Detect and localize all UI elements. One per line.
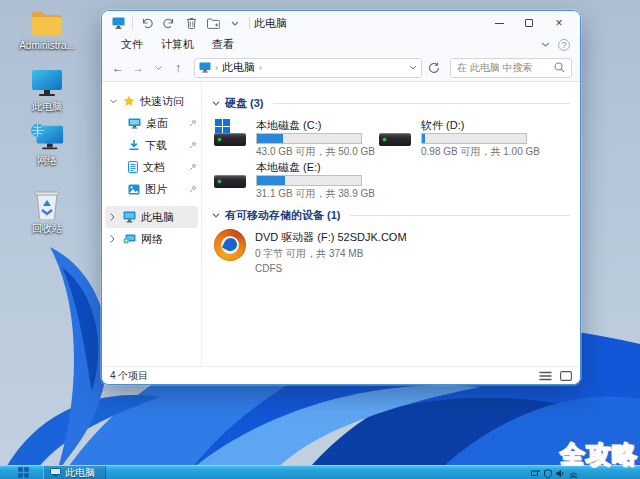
- menu-bar: 文件 计算机 查看 ?: [102, 35, 580, 54]
- window-app-icon: [110, 15, 126, 31]
- sidebar-item-label: 快速访问: [140, 94, 184, 109]
- taskbar: 此电脑: [0, 465, 640, 479]
- capacity-meter: [256, 175, 362, 186]
- menu-view[interactable]: 查看: [203, 35, 243, 54]
- breadcrumb-this-pc[interactable]: 此电脑: [222, 60, 255, 75]
- history-chevron-icon[interactable]: [150, 66, 166, 70]
- pictures-icon: [128, 184, 140, 195]
- drive-name: 本地磁盘 (E:): [256, 161, 375, 173]
- explorer-window: 此电脑 × 文件 计算机 查看 ? ← → ↑ › 此电脑: [101, 10, 581, 385]
- desktop-icon-recycle-bin[interactable]: 回收站: [14, 190, 80, 236]
- section-header-removable[interactable]: 有可移动存储的设备 (1): [212, 208, 570, 223]
- chevron-down-icon[interactable]: [110, 99, 118, 104]
- breadcrumb-chevron-icon[interactable]: ›: [259, 63, 262, 73]
- drive-capacity-text: 43.0 GB 可用，共 50.0 GB: [256, 146, 375, 157]
- dvd-drive-tile[interactable]: DVD 驱动器 (F:) 52SDJK.COM 0 字节 可用，共 374 MB…: [214, 229, 570, 274]
- search-input[interactable]: 在 此电脑 中搜索: [450, 58, 572, 78]
- dvd-disc-logo-icon: [214, 229, 246, 261]
- help-icon[interactable]: ?: [558, 39, 570, 51]
- desktop-icon-label: 回收站: [32, 222, 62, 236]
- close-button[interactable]: ×: [544, 13, 574, 33]
- capacity-meter: [421, 133, 527, 144]
- desktop-icon-label: 网络: [37, 154, 57, 168]
- sidebar-item-label: 此电脑: [141, 210, 174, 225]
- desktop-icon-admin-folder[interactable]: Administra...: [14, 8, 80, 51]
- title-bar[interactable]: 此电脑 ×: [102, 11, 580, 35]
- item-count: 4 个项目: [110, 369, 148, 383]
- address-dropdown-chevron-icon[interactable]: [409, 65, 417, 70]
- pin-icon[interactable]: [189, 163, 197, 171]
- sidebar-item-label: 图片: [145, 182, 167, 197]
- sidebar-item-quick-access[interactable]: 快速访问: [102, 90, 201, 112]
- forward-button[interactable]: →: [130, 61, 146, 75]
- capacity-meter: [256, 133, 362, 144]
- dvd-drive-name: DVD 驱动器 (F:) 52SDJK.COM: [255, 230, 407, 245]
- hard-drive-icon: [214, 119, 248, 149]
- window-title: 此电脑: [254, 16, 287, 31]
- sidebar-item-label: 下载: [145, 138, 167, 153]
- watermark-text: 全攻略: [560, 438, 638, 471]
- refresh-icon[interactable]: [428, 62, 440, 74]
- address-bar[interactable]: › 此电脑 ›: [194, 58, 422, 78]
- sidebar-item-downloads[interactable]: 下载: [102, 134, 201, 156]
- sidebar-item-this-pc[interactable]: 此电脑: [105, 206, 198, 228]
- ribbon-collapse-chevron-icon[interactable]: [541, 42, 550, 47]
- drive-tile-e[interactable]: 本地磁盘 (E:) 31.1 GB 可用，共 38.9 GB: [214, 159, 377, 199]
- sidebar-item-desktop[interactable]: 桌面: [102, 112, 201, 134]
- dvd-filesystem-text: CDFS: [255, 263, 407, 274]
- undo-icon[interactable]: [139, 15, 155, 31]
- download-icon: [128, 139, 140, 151]
- tray-security-icon[interactable]: [544, 469, 552, 478]
- drive-tile-d[interactable]: 软件 (D:) 0.98 GB 可用，共 1.00 GB: [379, 117, 542, 157]
- large-icons-view-icon[interactable]: [560, 371, 572, 381]
- desktop-icon-this-pc[interactable]: 此电脑: [14, 68, 80, 114]
- minimize-button[interactable]: [484, 13, 514, 33]
- hard-drive-icon: [214, 161, 248, 191]
- pin-icon[interactable]: [189, 119, 197, 127]
- section-rule: [273, 103, 571, 104]
- taskbar-pc-icon: [50, 468, 61, 477]
- toolbar-dropdown-chevron-icon[interactable]: [227, 15, 243, 31]
- pin-icon[interactable]: [189, 185, 197, 193]
- delete-icon[interactable]: [183, 15, 199, 31]
- redo-icon[interactable]: [161, 15, 177, 31]
- menu-computer[interactable]: 计算机: [152, 35, 203, 54]
- pin-icon[interactable]: [189, 141, 197, 149]
- recycle-bin-icon: [30, 190, 64, 220]
- search-icon[interactable]: [554, 62, 565, 73]
- status-bar: 4 个项目: [102, 366, 580, 384]
- back-button[interactable]: ←: [110, 61, 126, 75]
- sidebar-item-network[interactable]: 网络: [102, 228, 201, 250]
- chevron-down-icon[interactable]: [212, 213, 220, 218]
- chevron-right-icon[interactable]: [110, 235, 118, 243]
- monitor-icon: [30, 68, 64, 98]
- chevron-right-icon[interactable]: [110, 213, 118, 221]
- start-button[interactable]: [18, 467, 29, 478]
- taskbar-button-this-pc[interactable]: 此电脑: [43, 466, 106, 479]
- sidebar-item-pictures[interactable]: 图片: [102, 178, 201, 200]
- section-header-drives[interactable]: 硬盘 (3): [212, 96, 570, 111]
- maximize-button[interactable]: [514, 13, 544, 33]
- drive-name: 软件 (D:): [421, 119, 540, 131]
- dvd-capacity-text: 0 字节 可用，共 374 MB: [255, 247, 407, 261]
- navigation-bar: ← → ↑ › 此电脑 › 在 此电脑 中搜索: [102, 54, 580, 81]
- toolbar-separator: [132, 17, 133, 29]
- chevron-down-icon[interactable]: [212, 101, 220, 106]
- hard-drive-icon: [379, 119, 413, 149]
- windows-logo-icon: [215, 119, 230, 134]
- this-pc-icon: [123, 211, 136, 223]
- up-button[interactable]: ↑: [170, 61, 186, 75]
- taskbar-button-label: 此电脑: [65, 466, 95, 479]
- sidebar-item-documents[interactable]: 文档: [102, 156, 201, 178]
- tray-remove-hardware-icon[interactable]: [531, 469, 540, 478]
- document-icon: [128, 161, 138, 173]
- folder-icon: [30, 8, 64, 38]
- menu-file[interactable]: 文件: [112, 35, 152, 54]
- sidebar-item-label: 桌面: [146, 116, 168, 131]
- network-icon: [123, 234, 136, 245]
- desktop-icon-network[interactable]: 网络: [14, 122, 80, 168]
- new-folder-icon[interactable]: [205, 15, 221, 31]
- network-monitor-icon: [30, 122, 64, 152]
- details-view-icon[interactable]: [539, 371, 552, 381]
- drive-tile-c[interactable]: 本地磁盘 (C:) 43.0 GB 可用，共 50.0 GB: [214, 117, 377, 157]
